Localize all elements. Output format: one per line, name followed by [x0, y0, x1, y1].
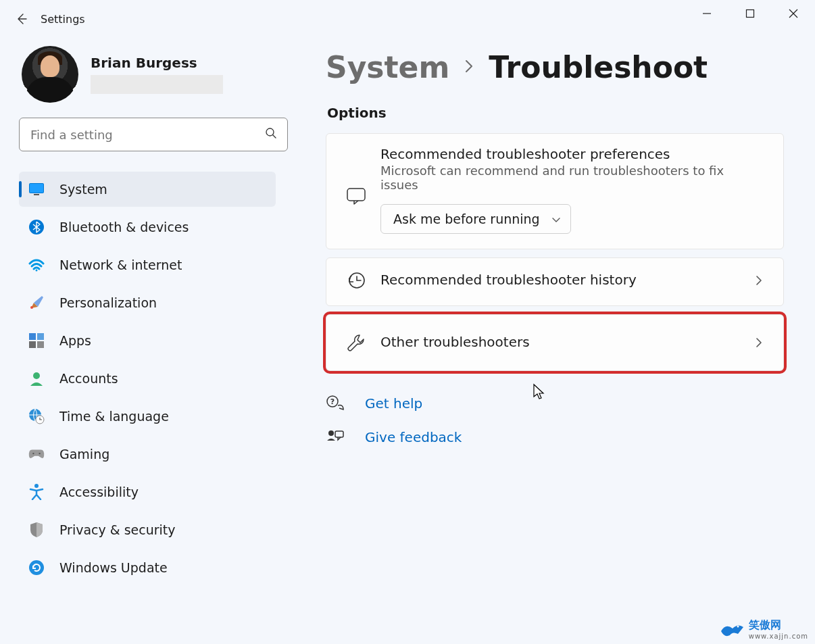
chevron-right-icon	[463, 58, 475, 77]
svg-line-5	[273, 135, 276, 138]
get-help-link[interactable]: ? Get help	[326, 394, 784, 413]
card-title: Recommended troubleshooter history	[380, 272, 749, 288]
sidebar-item-apps[interactable]: Apps	[19, 323, 276, 358]
sidebar-item-label: Accounts	[59, 371, 118, 386]
svg-text:?: ?	[330, 397, 335, 406]
watermark: 笑傲网 www.xajjn.com	[718, 618, 808, 640]
svg-point-21	[34, 484, 39, 488]
sidebar-item-label: System	[59, 182, 107, 197]
sidebar-item-label: Time & language	[59, 409, 169, 424]
card-troubleshooter-preferences: Recommended troubleshooter preferences M…	[326, 133, 784, 249]
wifi-icon	[28, 257, 45, 273]
sidebar-item-label: Apps	[59, 333, 91, 348]
breadcrumb-parent[interactable]: System	[326, 50, 449, 84]
profile-email-redacted	[91, 75, 223, 94]
sidebar-item-time[interactable]: Time & language	[19, 399, 276, 434]
watermark-url: www.xajjn.com	[749, 633, 808, 640]
dropdown-value: Ask me before running	[393, 212, 540, 226]
chevron-right-icon	[749, 274, 768, 287]
watermark-text: 笑傲网	[749, 618, 781, 631]
search-input[interactable]	[19, 118, 288, 151]
minimize-button[interactable]	[685, 0, 728, 27]
card-desc: Microsoft can recommend and run troubles…	[380, 164, 762, 192]
svg-point-16	[33, 372, 40, 379]
maximize-icon	[745, 9, 755, 18]
help-link-label: Get help	[365, 395, 422, 412]
update-icon	[28, 560, 45, 576]
close-button[interactable]	[772, 0, 815, 27]
svg-rect-1	[747, 10, 754, 18]
sidebar-item-network[interactable]: Network & internet	[19, 247, 276, 282]
svg-point-10	[36, 270, 38, 272]
chevron-right-icon	[749, 337, 768, 349]
give-feedback-link[interactable]: Give feedback	[326, 428, 784, 447]
avatar	[22, 46, 78, 103]
chat-icon	[341, 186, 371, 206]
card-title: Recommended troubleshooter preferences	[380, 146, 762, 162]
breadcrumb-current: Troubleshoot	[489, 50, 708, 84]
sidebar-item-system[interactable]: System	[19, 172, 276, 207]
globe-clock-icon	[28, 408, 45, 424]
sidebar-item-accounts[interactable]: Accounts	[19, 361, 276, 396]
help-link-label: Give feedback	[365, 429, 462, 445]
sidebar-item-label: Network & internet	[59, 257, 182, 272]
sidebar-item-bluetooth[interactable]: Bluetooth & devices	[19, 209, 276, 245]
sidebar-item-gaming[interactable]: Gaming	[19, 437, 276, 472]
search-box[interactable]	[19, 118, 288, 151]
accessibility-icon	[28, 484, 45, 500]
sidebar-item-privacy[interactable]: Privacy & security	[19, 512, 276, 547]
sidebar-item-label: Accessibility	[59, 485, 139, 499]
svg-point-27	[328, 430, 334, 436]
svg-point-29	[737, 626, 739, 628]
profile-name: Brian Burgess	[91, 55, 223, 71]
history-icon	[341, 270, 371, 291]
svg-rect-15	[37, 341, 44, 348]
sidebar-item-windows-update[interactable]: Windows Update	[19, 550, 276, 585]
sidebar-item-label: Privacy & security	[59, 522, 176, 537]
minimize-icon	[702, 9, 712, 18]
svg-point-4	[266, 128, 274, 136]
sidebar-item-label: Gaming	[59, 447, 109, 462]
gamepad-icon	[28, 446, 45, 462]
person-icon	[28, 370, 45, 387]
svg-rect-8	[34, 194, 39, 195]
sidebar-item-personalization[interactable]: Personalization	[19, 285, 276, 320]
back-button[interactable]	[5, 3, 38, 35]
watermark-logo-icon	[718, 619, 745, 639]
brush-icon	[28, 295, 45, 311]
preferences-dropdown[interactable]: Ask me before running	[380, 204, 571, 234]
svg-point-19	[32, 453, 34, 454]
wrench-icon	[341, 332, 371, 353]
shield-icon	[28, 522, 45, 538]
chevron-down-icon	[551, 212, 561, 226]
svg-point-20	[39, 453, 40, 454]
svg-point-11	[30, 306, 33, 309]
svg-point-22	[29, 560, 44, 575]
svg-rect-12	[29, 333, 36, 340]
card-other-troubleshooters[interactable]: Other troubleshooters	[326, 314, 784, 371]
display-icon	[28, 181, 45, 197]
card-troubleshooter-history[interactable]: Recommended troubleshooter history	[326, 257, 784, 306]
sidebar-item-label: Bluetooth & devices	[59, 220, 189, 234]
back-arrow-icon	[15, 12, 28, 26]
section-heading: Options	[327, 105, 784, 121]
svg-rect-13	[37, 333, 44, 340]
apps-icon	[28, 332, 45, 349]
card-title: Other troubleshooters	[380, 334, 749, 350]
sidebar-item-accessibility[interactable]: Accessibility	[19, 474, 276, 510]
app-title: Settings	[41, 13, 85, 26]
bluetooth-icon	[28, 219, 45, 235]
svg-rect-14	[29, 341, 36, 348]
sidebar-item-label: Windows Update	[59, 560, 168, 575]
svg-rect-23	[347, 189, 365, 201]
maximize-button[interactable]	[728, 0, 772, 27]
profile-block[interactable]: Brian Burgess	[22, 46, 276, 103]
search-icon	[265, 127, 277, 142]
help-icon: ?	[326, 394, 345, 413]
svg-rect-7	[30, 184, 43, 193]
breadcrumb: System Troubleshoot	[326, 50, 784, 84]
svg-rect-28	[335, 431, 343, 437]
close-icon	[789, 9, 798, 18]
feedback-icon	[326, 428, 345, 447]
sidebar-item-label: Personalization	[59, 295, 157, 310]
